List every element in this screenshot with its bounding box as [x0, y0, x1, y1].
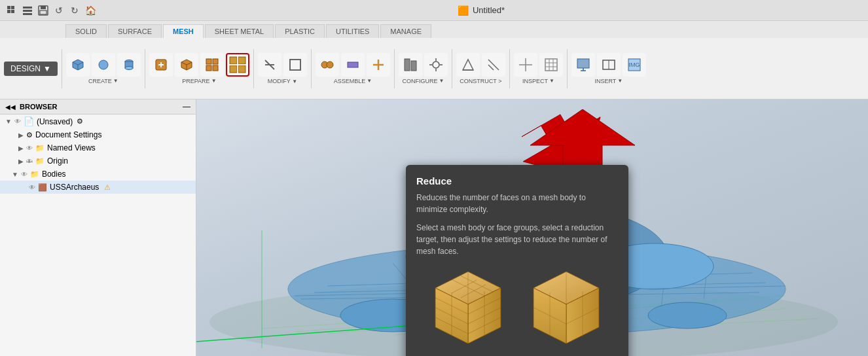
configure-group: CONFIGURE ▼: [399, 53, 448, 84]
tooltip-desc2: Select a mesh body or face groups, selec…: [416, 222, 618, 257]
tab-solid[interactable]: SOLID: [65, 24, 107, 38]
svg-text:IMG: IMG: [628, 62, 640, 68]
bodies-eye-icon[interactable]: 👁: [21, 171, 27, 178]
prepare-label: PREPARE: [182, 78, 209, 84]
reduce-btn[interactable]: [226, 53, 249, 77]
create-sphere-btn[interactable]: [92, 53, 115, 77]
configure-btn2[interactable]: [424, 53, 448, 77]
tab-manage[interactable]: MANAGE: [380, 24, 431, 38]
svg-point-27: [327, 62, 333, 68]
namedviews-label: Named Views: [47, 143, 96, 152]
insert-btn3[interactable]: IMG: [623, 53, 646, 77]
app-title: Untitled*: [473, 5, 505, 15]
assemble-btn3[interactable]: [367, 53, 390, 77]
configure-btn1[interactable]: [399, 53, 422, 77]
modify-btn1[interactable]: [258, 53, 281, 77]
inspect-label: INSPECT: [522, 78, 548, 84]
title-bar: ↺ ↻ 🏠 🟧 Untitled*: [0, 0, 868, 21]
tab-surface[interactable]: SURFACE: [108, 24, 162, 38]
browser-item-origin[interactable]: ▶ 👁 📁 Origin: [0, 154, 196, 168]
root-chevron-down: ▼: [5, 118, 12, 125]
svg-rect-6: [23, 13, 32, 15]
browser-close-icon[interactable]: —: [183, 102, 190, 111]
construct-btn2[interactable]: [482, 53, 505, 77]
browser-collapse-icon[interactable]: ◀◀: [5, 103, 16, 111]
namedviews-eye-icon[interactable]: 👁: [26, 145, 33, 152]
svg-rect-4: [23, 7, 32, 9]
inspect-btn2[interactable]: [539, 53, 563, 77]
home-icon[interactable]: 🏠: [84, 4, 97, 17]
construct-btn1[interactable]: [456, 53, 480, 77]
tab-plastic[interactable]: PLASTIC: [275, 24, 325, 38]
app-grid-icon[interactable]: [5, 4, 18, 17]
browser-item-ussarchaeus[interactable]: 👁 🟫 USSArchaeus ⚠: [0, 181, 196, 194]
prepare-btn2[interactable]: [175, 53, 198, 77]
svg-rect-25: [290, 60, 300, 70]
docsettings-chevron: ▶: [18, 132, 24, 139]
design-label: DESIGN: [10, 64, 41, 73]
before-cube: [425, 265, 511, 350]
construct-label: CONSTRUCT >: [460, 78, 501, 84]
after-cube: [524, 265, 609, 350]
docsettings-label: Document Settings: [35, 130, 101, 139]
svg-rect-41: [545, 59, 557, 71]
svg-rect-20: [238, 57, 245, 64]
root-eye-icon[interactable]: 👁: [14, 118, 21, 125]
svg-rect-3: [11, 10, 14, 13]
modify-btn2[interactable]: [283, 53, 307, 77]
create-label: CREATE: [88, 78, 112, 84]
namedviews-folder-icon: 📁: [35, 144, 45, 152]
insert-btn1[interactable]: [571, 53, 595, 77]
modify-group: MODIFY ▼: [258, 53, 307, 84]
tab-utilities[interactable]: UTILITIES: [326, 24, 379, 38]
bodies-folder-icon: 📁: [30, 170, 39, 179]
stack-icon[interactable]: [21, 4, 34, 17]
browser-item-bodies[interactable]: ▼ 👁 📁 Bodies: [0, 168, 196, 181]
svg-rect-17: [206, 65, 211, 71]
svg-line-37: [488, 60, 499, 70]
svg-rect-21: [230, 65, 237, 73]
uss-body-icon: 🟫: [38, 183, 47, 192]
root-gear-icon[interactable]: ⚙: [77, 117, 83, 126]
svg-rect-30: [411, 61, 416, 71]
save-icon[interactable]: [37, 4, 50, 17]
redo-icon[interactable]: ↻: [68, 4, 81, 17]
svg-rect-18: [213, 65, 218, 71]
browser-item-root[interactable]: ▼ 👁 📄 (Unsaved) ⚙: [0, 115, 196, 128]
inspect-btn1[interactable]: [514, 53, 537, 77]
origin-label: Origin: [47, 156, 68, 166]
prepare-btn3[interactable]: [200, 53, 224, 77]
create-chevron: ▼: [113, 78, 118, 84]
browser-item-docsettings[interactable]: ▶ ⚙ Document Settings: [0, 128, 196, 141]
assemble-btn2[interactable]: [341, 53, 365, 77]
insert-btn2[interactable]: [597, 53, 621, 77]
svg-rect-16: [213, 59, 218, 64]
design-button[interactable]: DESIGN ▼: [4, 62, 58, 76]
insert-group: IMG INSERT ▼: [571, 53, 646, 84]
undo-icon[interactable]: ↺: [52, 4, 65, 17]
tooltip-title: Reduce: [416, 175, 618, 187]
prepare-btn1[interactable]: [149, 53, 173, 77]
uss-eye-icon[interactable]: 👁: [29, 184, 35, 191]
svg-point-10: [99, 60, 108, 69]
tab-sheet-metal[interactable]: SHEET METAL: [205, 24, 274, 38]
origin-eye-icon[interactable]: 👁: [26, 158, 33, 165]
tooltip-desc1: Reduces the number of faces on a mesh bo…: [416, 192, 618, 215]
create-box-btn[interactable]: [66, 53, 90, 77]
viewport: Reduce Reduces the number of faces on a …: [196, 99, 868, 356]
browser-item-namedviews[interactable]: ▶ 👁 📁 Named Views: [0, 141, 196, 154]
modify-label: MODIFY: [268, 78, 291, 84]
tab-mesh[interactable]: MESH: [163, 24, 204, 38]
svg-point-31: [433, 62, 439, 68]
inspect-group: INSPECT ▼: [514, 53, 563, 84]
construct-group: CONSTRUCT >: [456, 53, 505, 84]
create-cyl-btn[interactable]: [117, 53, 141, 77]
assemble-btn1[interactable]: [316, 53, 339, 77]
svg-rect-22: [238, 65, 245, 73]
uss-warning-icon: ⚠: [104, 183, 111, 192]
svg-rect-15: [206, 59, 211, 64]
uss-label: USSArchaeus: [50, 183, 99, 192]
assemble-group: ASSEMBLE ▼: [316, 53, 390, 84]
root-label: (Unsaved): [37, 117, 73, 126]
prepare-chevron: ▼: [211, 78, 217, 84]
